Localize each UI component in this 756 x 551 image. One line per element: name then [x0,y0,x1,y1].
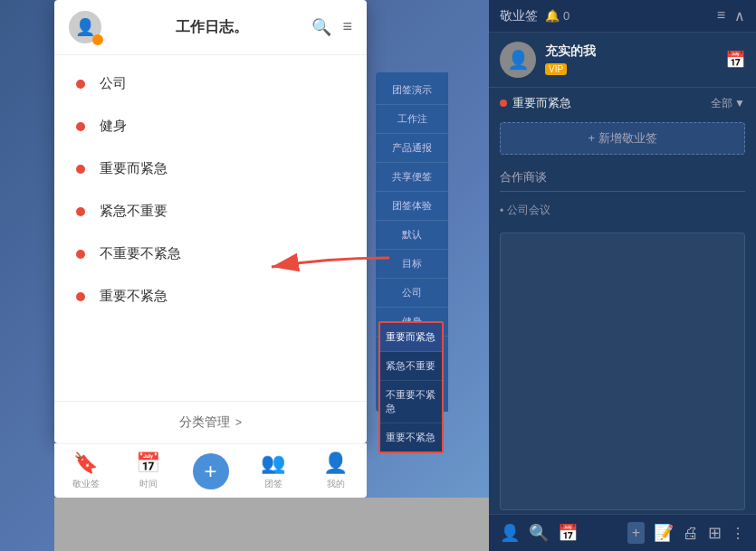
category-section: 重要而紧急 全部 ▼ [489,88,756,119]
category-name: 重要而紧急 [512,95,571,111]
dropdown-item-not-important-not-urgent[interactable]: 不重要不紧急 [380,381,442,423]
dropdown-menu: 重要而紧急 紧急不重要 不重要不紧急 重要不紧急 [378,321,444,453]
list-item-label: 重要不紧急 [100,288,167,305]
list-item-urgent-important[interactable]: 重要而紧急 [54,147,367,190]
user-name: 充实的我 [545,43,725,60]
nav-label-profile: 我的 [327,478,345,490]
nav-label-team: 团签 [264,478,282,490]
user-section: 👤 充实的我 VIP 📅 [489,33,756,88]
nav-item-bookmark[interactable]: 🔖 敬业签 [54,451,117,490]
list-dot [76,80,85,89]
right-panel-header-icons: ≡ ∧ [717,7,745,24]
search-icon[interactable]: 🔍 [311,17,331,37]
search-toolbar-icon[interactable]: 🔍 [529,523,549,543]
note-area[interactable] [500,233,745,510]
nav-label-bookmark: 敬业签 [72,478,100,490]
left-panel-title: 工作日志。 [112,18,311,37]
category-label: 重要而紧急 [500,95,571,111]
header-icons: 🔍 ≡ [311,17,352,37]
all-label[interactable]: 全部 ▼ [711,96,745,111]
add-tag-button[interactable]: + 新增敬业签 [500,122,745,155]
note-toolbar-icon[interactable]: 📝 [654,523,674,543]
bell-icon: 🔔 [545,9,560,23]
coop-item-label: 公司会议 [507,203,550,218]
user-avatar: 👤 [500,42,536,78]
profile-nav-icon: 👤 [323,451,348,475]
user-info: 充实的我 VIP [545,43,725,76]
menu-icon[interactable]: ≡ [342,17,352,37]
coop-bullet-icon: • [500,204,503,217]
calendar-icon-btn[interactable]: 📅 [725,50,745,70]
list-item-label: 紧急不重要 [100,203,167,220]
right-panel: 敬业签 🔔 0 ≡ ∧ 👤 充实的我 VIP 📅 重要而紧急 全部 ▼ + 新增… [489,0,756,551]
nav-item-calendar[interactable]: 📅 时间 [117,451,179,490]
list-item-label: 公司 [100,75,127,92]
list-dot [76,122,85,131]
arrow-annotation [163,240,398,289]
calendar-toolbar-icon[interactable]: 📅 [558,523,578,543]
list-dot [76,165,85,174]
list-dot [76,292,85,301]
list-item-label: 健身 [100,118,127,135]
sidebar-btn-team-demo[interactable]: 团签演示 [376,76,448,105]
nav-label-calendar: 时间 [139,478,158,490]
bottom-nav: 🔖 敬业签 📅 时间 + 👥 团签 👤 我的 [54,443,367,498]
coop-item-meeting: • 公司会议 [500,199,745,222]
sidebar-btn-team-exp[interactable]: 团签体验 [376,192,448,221]
sidebar-btn-product[interactable]: 产品通报 [376,134,448,163]
avatar-badge [92,34,103,45]
gray-desktop-area [54,498,489,551]
category-dot [500,100,507,107]
notification-badge: 🔔 0 [545,9,569,23]
dropdown-item-urgent-important[interactable]: 重要而紧急 [380,323,442,352]
footer-arrow-icon: > [235,416,242,429]
list-dot [76,250,85,259]
more-options-icon[interactable]: ⋮ [731,525,745,542]
sidebar-btn-shared[interactable]: 共享便签 [376,163,448,192]
person-toolbar-icon[interactable]: 👤 [500,523,520,543]
add-toolbar-icon[interactable]: + [627,522,645,544]
right-panel-menu-icon[interactable]: ≡ [717,7,725,24]
left-panel: 👤 工作日志。 🔍 ≡ 公司 健身 重要而紧急 紧急不重要 不重要不紧急 [54,0,367,443]
right-panel-header: 敬业签 🔔 0 ≡ ∧ [489,0,756,33]
list-item-urgent-not-important[interactable]: 紧急不重要 [54,190,367,233]
right-panel-title-area: 敬业签 🔔 0 [500,8,569,24]
nav-item-add[interactable]: + [179,453,242,489]
add-button[interactable]: + [193,453,229,489]
left-panel-list: 公司 健身 重要而紧急 紧急不重要 不重要不紧急 重要不紧急 [54,55,367,401]
sidebar-btn-work[interactable]: 工作注 [376,105,448,134]
dropdown-item-important-not-urgent[interactable]: 重要不紧急 [380,423,442,451]
right-bottom-toolbar: 👤 🔍 📅 + 📝 🖨 ⊞ ⋮ [489,514,756,551]
list-item-company[interactable]: 公司 [54,62,367,105]
nav-item-profile[interactable]: 👤 我的 [304,451,367,490]
nav-item-team[interactable]: 👥 团签 [242,451,304,490]
grid-toolbar-icon[interactable]: ⊞ [708,523,722,543]
dropdown-item-urgent-not-important[interactable]: 紧急不重要 [380,352,442,381]
category-management-link[interactable]: 分类管理 > [54,401,367,443]
avatar: 👤 [69,11,101,43]
dropdown-chevron-icon: ▼ [734,97,745,109]
list-item-fitness[interactable]: 健身 [54,105,367,147]
list-item-label: 重要而紧急 [100,160,167,177]
bookmark-icon: 🔖 [73,451,98,475]
calendar-nav-icon: 📅 [136,451,160,475]
right-panel-title: 敬业签 [500,8,538,24]
vip-badge: VIP [545,63,567,75]
list-dot [76,207,85,216]
print-toolbar-icon[interactable]: 🖨 [683,524,699,543]
category-management-label: 分类管理 [179,414,230,431]
all-text: 全部 [711,96,732,111]
right-panel-minimize-icon[interactable]: ∧ [734,7,745,24]
coop-section-label: 合作商谈 [500,169,745,192]
team-nav-icon: 👥 [261,451,285,475]
coop-section: 合作商谈 • 公司会议 [489,162,756,229]
notification-count: 0 [563,9,569,23]
left-panel-header: 👤 工作日志。 🔍 ≡ [54,0,367,55]
